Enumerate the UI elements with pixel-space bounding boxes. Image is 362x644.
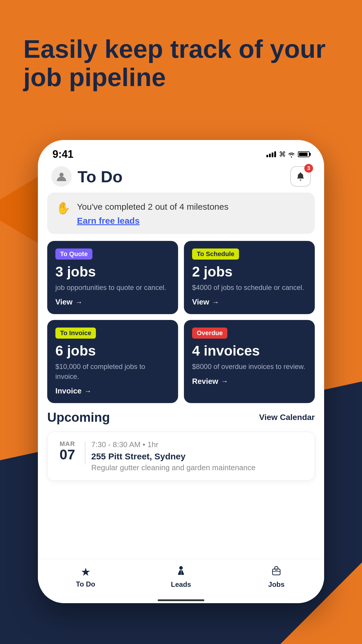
to-quote-badge: To Quote <box>55 249 92 260</box>
overdue-badge: Overdue <box>192 328 227 339</box>
to-schedule-card: To Schedule 2 jobs $4000 of jobs to sche… <box>184 241 315 314</box>
headline: Easily keep track of your job pipeline <box>23 35 339 92</box>
upcoming-header: Upcoming View Calendar <box>47 410 315 425</box>
phone-content: 9:41 ⌘ <box>38 140 324 603</box>
to-invoice-badge: To Invoice <box>55 328 96 339</box>
milestone-description: You've completed 2 out of 4 milestones <box>77 201 306 213</box>
event-description: Regular gutter cleaning and garden maint… <box>91 463 306 472</box>
signal-bar-2 <box>269 154 271 157</box>
event-divider <box>85 441 85 465</box>
upcoming-title: Upcoming <box>47 410 110 425</box>
to-schedule-action[interactable]: View → <box>192 298 307 307</box>
svg-point-0 <box>59 173 64 177</box>
to-quote-arrow-icon: → <box>75 298 82 306</box>
to-quote-desc: job opportunities to quote or cancel. <box>55 283 170 293</box>
signal-bar-3 <box>272 153 273 157</box>
nav-item-todo[interactable]: ★ To Do <box>68 566 103 588</box>
overdue-desc: $8000 of overdue invoices to review. <box>192 362 307 372</box>
notification-button[interactable]: 3 <box>290 166 311 187</box>
view-calendar-button[interactable]: View Calendar <box>259 413 315 422</box>
to-quote-card: To Quote 3 jobs job opportunities to quo… <box>47 241 178 314</box>
to-schedule-arrow-icon: → <box>212 298 219 306</box>
milestone-text: You've completed 2 out of 4 milestones E… <box>77 201 306 226</box>
status-icons: ⌘ <box>266 150 310 158</box>
signal-bar-1 <box>266 155 268 157</box>
to-schedule-badge: To Schedule <box>192 249 239 260</box>
notification-badge: 3 <box>304 164 313 173</box>
leads-icon <box>175 565 187 579</box>
overdue-count: 4 invoices <box>192 343 307 359</box>
status-time: 9:41 <box>52 148 73 160</box>
wifi-icon: ⌘ <box>279 150 295 158</box>
event-time: 7:30 - 8:30 AM • 1hr <box>91 440 306 449</box>
signal-bar-4 <box>274 151 276 157</box>
app-header: To Do 3 <box>38 163 324 192</box>
leads-label: Leads <box>171 580 191 589</box>
header-left: To Do <box>51 166 122 187</box>
home-indicator <box>38 597 324 603</box>
to-invoice-count: 6 jobs <box>55 343 170 359</box>
event-date: MAR 07 <box>56 440 79 462</box>
home-bar <box>158 599 204 601</box>
bg-arrow-left <box>0 175 41 245</box>
nav-item-leads[interactable]: Leads <box>164 565 198 589</box>
to-invoice-arrow-icon: → <box>85 387 92 395</box>
phone-frame: 9:41 ⌘ <box>38 140 324 603</box>
event-details: 7:30 - 8:30 AM • 1hr 255 Pitt Street, Sy… <box>91 440 306 472</box>
overdue-arrow-icon: → <box>221 377 228 385</box>
to-quote-action[interactable]: View → <box>55 298 170 307</box>
event-day: 07 <box>59 448 75 462</box>
earn-free-leads-link[interactable]: Earn free leads <box>77 216 140 225</box>
to-quote-count: 3 jobs <box>55 264 170 280</box>
event-card[interactable]: MAR 07 7:30 - 8:30 AM • 1hr 255 Pitt Str… <box>47 432 315 481</box>
bottom-nav: ★ To Do Leads <box>38 559 324 597</box>
to-invoice-card: To Invoice 6 jobs $10,000 of completed j… <box>47 320 178 403</box>
to-schedule-count: 2 jobs <box>192 264 307 280</box>
event-address: 255 Pitt Street, Sydney <box>91 452 306 461</box>
to-schedule-desc: $4000 of jobs to schedule or cancel. <box>192 283 307 293</box>
avatar[interactable] <box>51 166 72 187</box>
to-invoice-action[interactable]: Invoice → <box>55 386 170 396</box>
page-title: To Do <box>78 167 122 186</box>
todo-icon: ★ <box>81 566 91 578</box>
overdue-action[interactable]: Review → <box>192 377 307 386</box>
scroll-area: ✋ You've completed 2 out of 4 milestones… <box>38 192 324 559</box>
milestone-icon: ✋ <box>56 201 71 215</box>
nav-item-jobs[interactable]: Jobs <box>259 565 294 589</box>
status-bar: 9:41 ⌘ <box>38 140 324 163</box>
to-invoice-desc: $10,000 of completed jobs to invoice. <box>55 362 170 381</box>
cards-grid: To Quote 3 jobs job opportunities to quo… <box>47 241 315 403</box>
jobs-icon <box>271 565 282 579</box>
overdue-card: Overdue 4 invoices $8000 of overdue invo… <box>184 320 315 403</box>
signal-bars-icon <box>266 151 276 157</box>
todo-label: To Do <box>76 580 95 588</box>
jobs-label: Jobs <box>268 580 284 589</box>
battery-icon <box>298 151 310 157</box>
milestone-banner: ✋ You've completed 2 out of 4 milestones… <box>47 192 315 234</box>
